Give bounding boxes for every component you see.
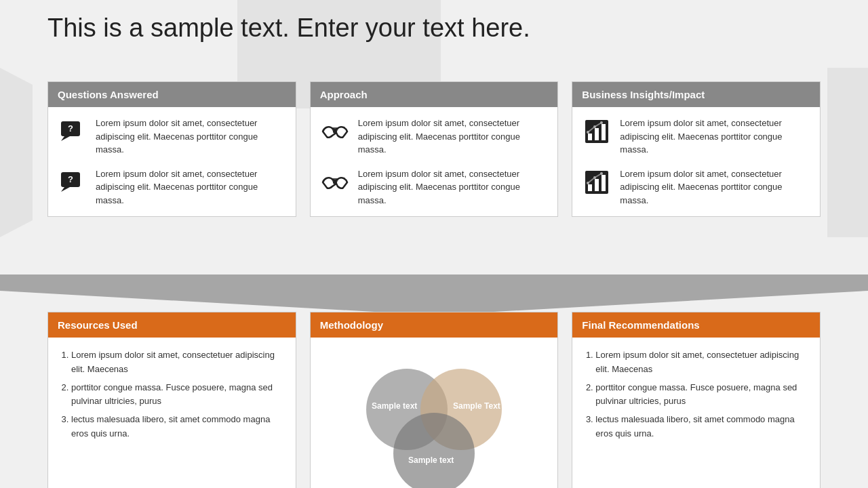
resources-list: Lorem ipsum dolor sit amet, consectetuer… <box>59 348 285 441</box>
card-item: ? Lorem ipsum dolor sit amet, consectetu… <box>58 117 286 157</box>
list-item: lectus malesuada libero, sit amet commod… <box>71 413 285 441</box>
chart-bar-icon-2 <box>582 167 612 197</box>
bottom-section: Resources Used Lorem ipsum dolor sit ame… <box>47 312 821 488</box>
bg-decoration-left <box>0 68 54 237</box>
item-text-4: Lorem ipsum dolor sit amet, consectetuer… <box>358 167 549 207</box>
card-body-approach: Lorem ipsum dolor sit amet, consectetuer… <box>311 107 558 216</box>
list-item: porttitor congue massa. Fusce posuere, m… <box>71 381 285 409</box>
card-body-resources: Lorem ipsum dolor sit amet, consectetuer… <box>48 338 296 473</box>
item-text-6: Lorem ipsum dolor sit amet, consectetuer… <box>620 167 810 207</box>
card-body-recommendations: Lorem ipsum dolor sit amet, consectetuer… <box>572 338 820 473</box>
svg-point-20 <box>593 176 596 179</box>
handshake-icon <box>320 117 350 146</box>
venn-circle-bottom <box>393 413 475 488</box>
bg-decoration-right <box>827 68 868 237</box>
handshake-icon-2 <box>320 167 350 197</box>
svg-rect-17 <box>595 179 599 191</box>
page-title: This is a sample text. Enter your text h… <box>47 14 530 43</box>
card-body-insights: Lorem ipsum dolor sit amet, consectetuer… <box>572 107 820 216</box>
svg-point-21 <box>600 172 603 175</box>
svg-point-7 <box>333 180 337 184</box>
list-item: Lorem ipsum dolor sit amet, consectetuer… <box>595 348 809 377</box>
card-item: Lorem ipsum dolor sit amet, consectetuer… <box>582 167 810 207</box>
card-approach: Approach Lorem ipsum dolor sit amet, con… <box>310 81 559 217</box>
list-item: porttitor congue massa. Fusce posuere, m… <box>595 381 809 409</box>
list-item: lectus malesuada libero, sit amet commod… <box>595 413 809 441</box>
svg-rect-9 <box>588 134 592 140</box>
svg-rect-10 <box>595 128 599 140</box>
item-text-2: Lorem ipsum dolor sit amet, consectetuer… <box>96 167 286 207</box>
card-body-questions: ? Lorem ipsum dolor sit amet, consectetu… <box>48 107 296 216</box>
arrow-divider <box>0 274 868 315</box>
svg-text:?: ? <box>68 174 73 184</box>
card-business-insights: Business Insights/Impact Lorem <box>572 81 821 217</box>
card-header-insights: Business Insights/Impact <box>572 82 820 107</box>
card-resources-used: Resources Used Lorem ipsum dolor sit ame… <box>47 312 296 488</box>
recommendations-list: Lorem ipsum dolor sit amet, consectetuer… <box>583 348 809 441</box>
card-methodology: Methodology Sample text Sample Text Samp… <box>310 312 559 488</box>
venn-diagram: Sample text Sample Text Sample text <box>353 355 515 488</box>
svg-text:?: ? <box>68 123 73 134</box>
item-text: Lorem ipsum dolor sit amet, consectetuer… <box>96 117 286 157</box>
card-body-methodology: Sample text Sample Text Sample text <box>311 338 558 488</box>
item-text-3: Lorem ipsum dolor sit amet, consectetuer… <box>358 117 549 157</box>
card-header-recommendations: Final Recommendations <box>572 312 820 338</box>
card-header-questions: Questions Answered <box>48 82 296 107</box>
chart-bar-icon <box>582 117 612 146</box>
card-item: Lorem ipsum dolor sit amet, consectetuer… <box>320 117 549 157</box>
card-item: ? Lorem ipsum dolor sit amet, consectetu… <box>58 167 286 207</box>
chat-question-icon: ? <box>58 117 87 146</box>
svg-point-19 <box>587 182 589 184</box>
svg-rect-18 <box>601 175 606 191</box>
card-header-approach: Approach <box>311 82 558 107</box>
card-final-recommendations: Final Recommendations Lorem ipsum dolor … <box>572 312 821 488</box>
chat-question-icon-2: ? <box>58 167 87 197</box>
card-header-methodology: Methodology <box>311 312 558 338</box>
card-header-resources: Resources Used <box>48 312 296 338</box>
card-item: Lorem ipsum dolor sit amet, consectetuer… <box>320 167 549 207</box>
card-questions-answered: Questions Answered ? Lorem ipsum dolor s… <box>47 81 296 217</box>
svg-point-6 <box>333 129 337 134</box>
svg-marker-1 <box>61 136 70 141</box>
item-text-5: Lorem ipsum dolor sit amet, consectetuer… <box>620 117 810 157</box>
svg-point-12 <box>587 131 589 134</box>
svg-rect-11 <box>601 124 606 140</box>
list-item: Lorem ipsum dolor sit amet, consectetuer… <box>71 348 285 377</box>
svg-marker-4 <box>61 187 70 192</box>
card-item: Lorem ipsum dolor sit amet, consectetuer… <box>582 117 810 157</box>
svg-point-14 <box>600 121 603 124</box>
svg-rect-16 <box>588 184 592 191</box>
svg-point-13 <box>593 125 596 128</box>
top-section: Questions Answered ? Lorem ipsum dolor s… <box>47 81 821 217</box>
